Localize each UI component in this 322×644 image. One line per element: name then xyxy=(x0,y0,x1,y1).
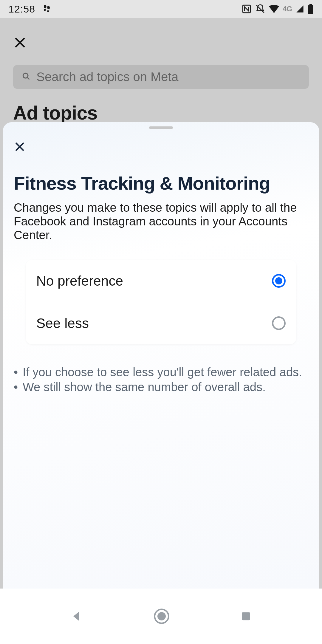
option-no-preference[interactable]: No preference xyxy=(26,260,297,302)
svg-rect-6 xyxy=(242,612,250,620)
sheet-grabber[interactable] xyxy=(149,126,173,129)
sheet-title: Fitness Tracking & Monitoring xyxy=(14,174,308,193)
signal-icon xyxy=(296,5,304,13)
system-nav-bar xyxy=(0,589,322,644)
footsteps-icon xyxy=(42,4,52,14)
svg-rect-2 xyxy=(309,4,312,5)
status-right: 4G xyxy=(242,4,314,14)
status-time: 12:58 xyxy=(8,3,35,15)
preference-options: No preference See less xyxy=(26,260,297,344)
sheet-close-button[interactable] xyxy=(14,141,26,153)
nav-recents-button[interactable] xyxy=(240,610,252,622)
battery-icon xyxy=(308,4,314,14)
note-line: •If you choose to see less you'll get fe… xyxy=(14,365,308,379)
notes: •If you choose to see less you'll get fe… xyxy=(14,365,308,394)
radio-selected[interactable] xyxy=(272,274,286,288)
status-left: 12:58 xyxy=(8,3,52,15)
note-text: If you choose to see less you'll get few… xyxy=(23,365,302,379)
status-bar: 12:58 4G xyxy=(0,0,322,18)
wifi-icon xyxy=(269,5,279,13)
option-see-less[interactable]: See less xyxy=(26,302,297,344)
nav-home-button[interactable] xyxy=(153,608,170,625)
option-label: No preference xyxy=(36,273,123,289)
radio-unselected[interactable] xyxy=(272,316,286,330)
bottom-sheet: Fitness Tracking & Monitoring Changes yo… xyxy=(3,122,319,589)
sheet-description: Changes you make to these topics will ap… xyxy=(14,201,308,242)
nfc-icon xyxy=(242,4,252,14)
svg-rect-1 xyxy=(308,5,313,14)
svg-point-5 xyxy=(157,612,166,620)
nav-back-button[interactable] xyxy=(70,610,83,623)
dnd-mute-icon xyxy=(255,4,265,14)
note-text: We still show the same number of overall… xyxy=(23,380,266,394)
option-label: See less xyxy=(36,315,89,331)
network-label: 4G xyxy=(283,5,292,13)
note-line: •We still show the same number of overal… xyxy=(14,380,308,394)
